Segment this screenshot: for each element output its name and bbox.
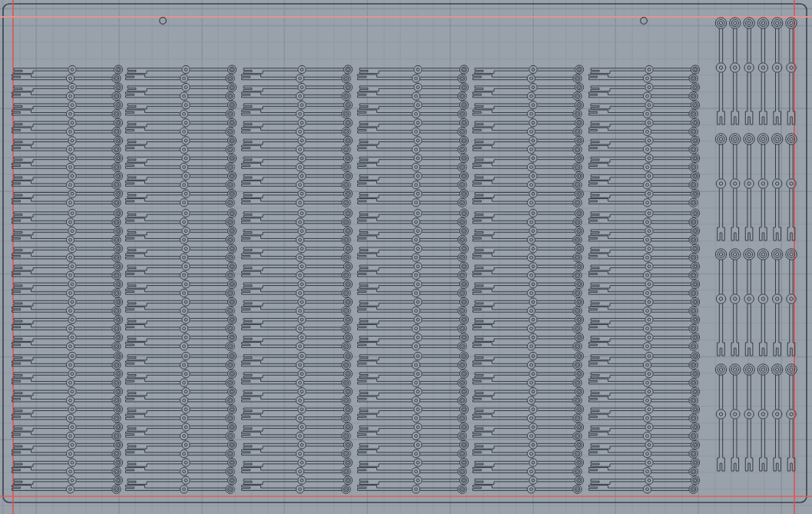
horizontal-part-outline[interactable] bbox=[589, 289, 698, 297]
horizontal-part-outline[interactable] bbox=[591, 387, 700, 396]
horizontal-part-outline[interactable] bbox=[244, 83, 353, 91]
horizontal-part-outline[interactable] bbox=[589, 324, 698, 333]
horizontal-part-outline[interactable] bbox=[14, 387, 123, 396]
horizontal-part-outline[interactable] bbox=[360, 476, 469, 485]
horizontal-part-outline[interactable] bbox=[12, 236, 121, 244]
horizontal-part-outline[interactable] bbox=[244, 172, 353, 181]
horizontal-part-outline[interactable] bbox=[358, 449, 467, 458]
horizontal-part-outline[interactable] bbox=[589, 396, 698, 405]
horizontal-part-outline[interactable] bbox=[591, 459, 700, 467]
horizontal-part-outline[interactable] bbox=[126, 414, 235, 423]
horizontal-part-outline[interactable] bbox=[473, 92, 582, 101]
horizontal-part-outline[interactable] bbox=[475, 190, 584, 198]
horizontal-part-outline[interactable] bbox=[473, 217, 582, 226]
horizontal-part-outline[interactable] bbox=[591, 476, 700, 485]
horizontal-part-outline[interactable] bbox=[475, 405, 584, 413]
registration-hole[interactable] bbox=[160, 18, 167, 25]
horizontal-part-outline[interactable] bbox=[242, 432, 351, 440]
horizontal-part-outline[interactable] bbox=[473, 128, 582, 136]
horizontal-part-outline[interactable] bbox=[126, 163, 235, 171]
horizontal-part-outline[interactable] bbox=[360, 280, 469, 288]
horizontal-part-outline[interactable] bbox=[589, 307, 698, 315]
vertical-part-outline[interactable] bbox=[786, 249, 797, 356]
horizontal-part-outline[interactable] bbox=[128, 370, 237, 378]
horizontal-part-outline[interactable] bbox=[473, 307, 582, 315]
horizontal-part-outline[interactable] bbox=[591, 440, 700, 449]
horizontal-part-outline[interactable] bbox=[591, 101, 700, 109]
horizontal-part-outline[interactable] bbox=[14, 440, 123, 449]
horizontal-part-outline[interactable] bbox=[475, 423, 584, 431]
vertical-part-outline[interactable] bbox=[744, 364, 754, 471]
horizontal-part-outline[interactable] bbox=[475, 244, 584, 253]
horizontal-part-outline[interactable] bbox=[360, 459, 469, 467]
horizontal-part-outline[interactable] bbox=[473, 198, 582, 207]
horizontal-part-outline[interactable] bbox=[591, 209, 700, 217]
horizontal-part-outline[interactable] bbox=[360, 352, 469, 360]
horizontal-part-outline[interactable] bbox=[14, 209, 123, 217]
horizontal-part-outline[interactable] bbox=[589, 414, 698, 423]
horizontal-part-outline[interactable] bbox=[589, 181, 698, 189]
horizontal-part-outline[interactable] bbox=[12, 307, 121, 315]
horizontal-part-outline[interactable] bbox=[360, 262, 469, 270]
horizontal-part-outline[interactable] bbox=[591, 227, 700, 235]
horizontal-part-outline[interactable] bbox=[244, 297, 353, 306]
horizontal-part-outline[interactable] bbox=[475, 333, 584, 342]
horizontal-part-outline[interactable] bbox=[128, 136, 237, 144]
horizontal-part-outline[interactable] bbox=[12, 449, 121, 458]
horizontal-part-outline[interactable] bbox=[126, 360, 235, 369]
vertical-part-outline[interactable] bbox=[730, 249, 741, 356]
horizontal-part-outline[interactable] bbox=[591, 352, 700, 360]
horizontal-part-outline[interactable] bbox=[360, 136, 469, 144]
horizontal-part-outline[interactable] bbox=[14, 227, 123, 235]
horizontal-part-outline[interactable] bbox=[242, 128, 351, 136]
horizontal-part-outline[interactable] bbox=[360, 83, 469, 91]
horizontal-part-outline[interactable] bbox=[14, 476, 123, 485]
horizontal-part-outline[interactable] bbox=[473, 396, 582, 405]
horizontal-part-outline[interactable] bbox=[126, 485, 235, 493]
horizontal-part-outline[interactable] bbox=[475, 83, 584, 91]
horizontal-part-outline[interactable] bbox=[589, 342, 698, 350]
horizontal-part-outline[interactable] bbox=[589, 198, 698, 207]
horizontal-part-outline[interactable] bbox=[473, 289, 582, 297]
horizontal-part-outline[interactable] bbox=[14, 65, 123, 74]
horizontal-part-outline[interactable] bbox=[126, 396, 235, 405]
horizontal-part-outline[interactable] bbox=[360, 190, 469, 198]
horizontal-part-outline[interactable] bbox=[475, 209, 584, 217]
vertical-part-outline[interactable] bbox=[730, 134, 741, 240]
horizontal-part-outline[interactable] bbox=[14, 352, 123, 360]
horizontal-part-outline[interactable] bbox=[244, 476, 353, 485]
horizontal-part-outline[interactable] bbox=[591, 297, 700, 306]
horizontal-part-outline[interactable] bbox=[126, 217, 235, 226]
horizontal-part-outline[interactable] bbox=[12, 289, 121, 297]
horizontal-part-outline[interactable] bbox=[128, 476, 237, 485]
horizontal-part-outline[interactable] bbox=[242, 467, 351, 476]
horizontal-part-outline[interactable] bbox=[14, 118, 123, 127]
vertical-part-outline[interactable] bbox=[715, 364, 726, 471]
horizontal-part-outline[interactable] bbox=[244, 101, 353, 109]
horizontal-part-outline[interactable] bbox=[128, 280, 237, 288]
horizontal-part-outline[interactable] bbox=[14, 459, 123, 467]
horizontal-part-outline[interactable] bbox=[242, 289, 351, 297]
vertical-part-outline[interactable] bbox=[772, 18, 783, 124]
horizontal-part-outline[interactable] bbox=[589, 485, 698, 493]
horizontal-part-outline[interactable] bbox=[244, 440, 353, 449]
horizontal-part-outline[interactable] bbox=[360, 209, 469, 217]
horizontal-part-outline[interactable] bbox=[14, 83, 123, 91]
horizontal-part-outline[interactable] bbox=[475, 118, 584, 127]
horizontal-part-outline[interactable] bbox=[473, 145, 582, 154]
horizontal-part-outline[interactable] bbox=[475, 280, 584, 288]
horizontal-part-outline[interactable] bbox=[14, 262, 123, 270]
horizontal-part-outline[interactable] bbox=[12, 92, 121, 101]
horizontal-part-outline[interactable] bbox=[475, 136, 584, 144]
vertical-part-outline[interactable] bbox=[772, 249, 783, 356]
horizontal-part-outline[interactable] bbox=[14, 136, 123, 144]
horizontal-part-outline[interactable] bbox=[126, 324, 235, 333]
horizontal-part-outline[interactable] bbox=[14, 154, 123, 162]
horizontal-part-outline[interactable] bbox=[591, 154, 700, 162]
horizontal-part-outline[interactable] bbox=[473, 181, 582, 189]
horizontal-part-outline[interactable] bbox=[589, 271, 698, 280]
horizontal-part-outline[interactable] bbox=[128, 316, 237, 324]
horizontal-part-outline[interactable] bbox=[242, 360, 351, 369]
horizontal-part-outline[interactable] bbox=[242, 414, 351, 423]
vertical-part-outline[interactable] bbox=[730, 18, 741, 124]
